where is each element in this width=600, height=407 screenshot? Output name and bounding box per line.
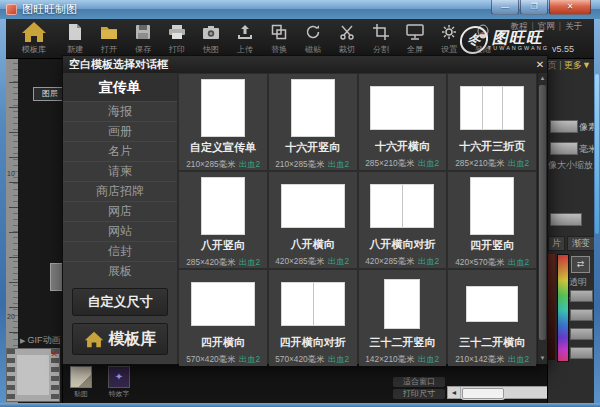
toolbar-item-fullscreen[interactable]: 全屏 (398, 21, 432, 56)
tab-picture[interactable]: 片 (548, 236, 565, 251)
refresh-icon (296, 21, 330, 43)
titlebar[interactable]: 图旺旺制图 — ❐ ✕ (0, 0, 600, 19)
category-item[interactable]: 网店 (63, 201, 177, 221)
template-thumbnail-area (467, 276, 517, 331)
color-field[interactable] (548, 254, 555, 360)
dialog-header[interactable]: 空白模板选择对话框 ✕ (63, 56, 547, 74)
template-grid: 自定义宣传单210×285毫米出血2十六开竖向210×285毫米出血2十六开横向… (178, 73, 537, 364)
scroll-left-icon[interactable]: ◄ (448, 387, 461, 398)
dialog-scrollbar-thumb[interactable] (539, 85, 546, 340)
filmstrip-thumbnail[interactable]: ✕ (6, 348, 60, 402)
template-tile[interactable]: 四开横向对折570×420毫米出血2 (269, 270, 357, 366)
template-tile[interactable]: 十六开三折页285×210毫米出血2 (448, 74, 536, 170)
template-tile[interactable]: 四开竖向420×570毫米出血2 (448, 172, 536, 268)
properties-panel: 入页 | 更多▼ 像素 毫米 像大小缩放 片 渐变 ⇄ 透明度 (547, 58, 594, 403)
dialog-sidebar: 宣传单海报画册名片请柬商店招牌网店网站信封展板 自定义尺寸 模板库 (63, 73, 178, 364)
category-item[interactable]: 信封 (63, 241, 177, 261)
fit-window-button[interactable]: 适合窗口 (393, 377, 445, 387)
template-name: 三十二开横向 (459, 335, 525, 350)
template-tile[interactable]: 四开横向570×420毫米出血2 (179, 270, 267, 366)
color-value-input[interactable] (570, 309, 593, 321)
scissors-icon (330, 21, 364, 43)
tool-effect-text[interactable]: ✦ 特效字 (104, 366, 134, 399)
toolbar-item-upload[interactable]: 上传 (228, 21, 262, 56)
gif-animation-bar[interactable]: ▶GIF动画 (20, 334, 60, 347)
color-value-input[interactable] (570, 347, 593, 359)
more-link[interactable]: 更多▼ (564, 60, 591, 70)
color-value-input[interactable] (570, 290, 593, 302)
template-thumbnail-area (385, 276, 419, 331)
category-item[interactable]: 画册 (63, 121, 177, 141)
scrollbar-thumb[interactable] (462, 388, 504, 399)
toolbar-item-print[interactable]: 打印 (160, 21, 194, 56)
template-size: 420×285毫米出血2 (276, 256, 350, 268)
template-thumbnail (192, 283, 254, 325)
category-item[interactable]: 请柬 (63, 161, 177, 181)
close-button[interactable]: ✕ (549, 0, 591, 15)
replace-icon (262, 21, 296, 43)
category-item[interactable]: 宣传单 (63, 73, 177, 101)
template-tile[interactable]: 三十二开竖向142×210毫米出血2 (359, 270, 447, 366)
template-size: 285×420毫米出血2 (186, 257, 260, 269)
template-tile[interactable]: 八开横向420×285毫米出血2 (269, 172, 357, 268)
template-thumbnail-area (282, 178, 344, 233)
template-size: 570×420毫米出血2 (276, 354, 350, 366)
toolbar-item-cut[interactable]: 裁切 (330, 21, 364, 56)
scroll-up-icon[interactable]: ▲ (538, 75, 547, 81)
category-item[interactable]: 网站 (63, 221, 177, 241)
template-tile[interactable]: 八开竖向285×420毫米出血2 (179, 172, 267, 268)
toolbar-item-save[interactable]: 保存 (126, 21, 160, 56)
template-thumbnail (461, 87, 523, 129)
window-title: 图旺旺制图 (22, 2, 77, 17)
tool-sticker[interactable]: 贴图 (66, 366, 96, 399)
template-name: 四开横向对折 (280, 335, 346, 350)
link-tutorial[interactable]: 教程 (511, 21, 528, 31)
tab-gradient[interactable]: 渐变 (567, 236, 595, 251)
toolbar-item-open[interactable]: 打开 (92, 21, 126, 56)
sticker-icon (70, 366, 92, 388)
template-size: 210×142毫米出血2 (455, 354, 529, 366)
toolbar-item-template-library[interactable]: 模板库 (10, 21, 58, 56)
toolbar-item-split[interactable]: 分割 (364, 21, 398, 56)
template-thumbnail (282, 185, 344, 227)
value-input[interactable] (550, 213, 582, 226)
template-name: 三十二开竖向 (369, 335, 435, 350)
dialog-category-list: 宣传单海报画册名片请柬商店招牌网店网站信封展板 (63, 73, 177, 281)
color-value-input[interactable] (570, 328, 593, 340)
category-item[interactable]: 名片 (63, 141, 177, 161)
scroll-down-icon[interactable]: ▼ (538, 355, 547, 361)
template-tile[interactable]: 十六开横向285×210毫米出血2 (359, 74, 447, 170)
app-window: 图旺旺制图 — ❐ ✕ 模板库 新建 (0, 0, 600, 407)
template-thumbnail-area (371, 178, 433, 233)
remove-frame-icon[interactable]: ✕ (50, 349, 58, 359)
category-item[interactable]: 展板 (63, 261, 177, 281)
maximize-button[interactable]: ❐ (520, 0, 548, 15)
dialog-scrollbar[interactable]: ▲ ▼ (537, 73, 547, 364)
custom-size-button[interactable]: 自定义尺寸 (72, 288, 168, 316)
minimize-button[interactable]: — (491, 0, 519, 15)
toolbar-item-quick-image[interactable]: 快图 (194, 21, 228, 56)
template-tile[interactable]: 十六开竖向210×285毫米出血2 (269, 74, 357, 170)
toolbar-item-new[interactable]: 新建 (58, 21, 92, 56)
template-tile[interactable]: 八开横向对折420×285毫米出血2 (359, 172, 447, 268)
template-tile[interactable]: 三十二开横向210×142毫米出血2 (448, 270, 536, 366)
pixel-input[interactable] (550, 120, 578, 133)
template-thumbnail (385, 280, 419, 328)
template-thumbnail-area (292, 80, 334, 136)
hue-strip[interactable] (557, 254, 569, 362)
swap-colors-icon[interactable]: ⇄ (571, 256, 590, 273)
print-size-button[interactable]: 打印尺寸 (393, 389, 445, 399)
template-thumbnail-area (202, 80, 244, 136)
template-library-button[interactable]: 模板库 (72, 323, 168, 355)
toolbar-item-replace[interactable]: 替换 (262, 21, 296, 56)
link-about[interactable]: 关于 (565, 21, 582, 31)
blank-template-dialog: 空白模板选择对话框 ✕ 宣传单海报画册名片请柬商店招牌网店网站信封展板 自定义尺… (62, 55, 548, 365)
category-item[interactable]: 商店招牌 (63, 181, 177, 201)
dialog-close-icon[interactable]: ✕ (533, 59, 547, 70)
category-item[interactable]: 海报 (63, 101, 177, 121)
template-tile[interactable]: 自定义宣传单210×285毫米出血2 (179, 74, 267, 170)
size-scale-label: 像大小缩放 (548, 159, 594, 172)
mm-input[interactable] (550, 142, 578, 155)
toolbar-item-tile[interactable]: 磁贴 (296, 21, 330, 56)
link-official-site[interactable]: 官网 (538, 21, 555, 31)
